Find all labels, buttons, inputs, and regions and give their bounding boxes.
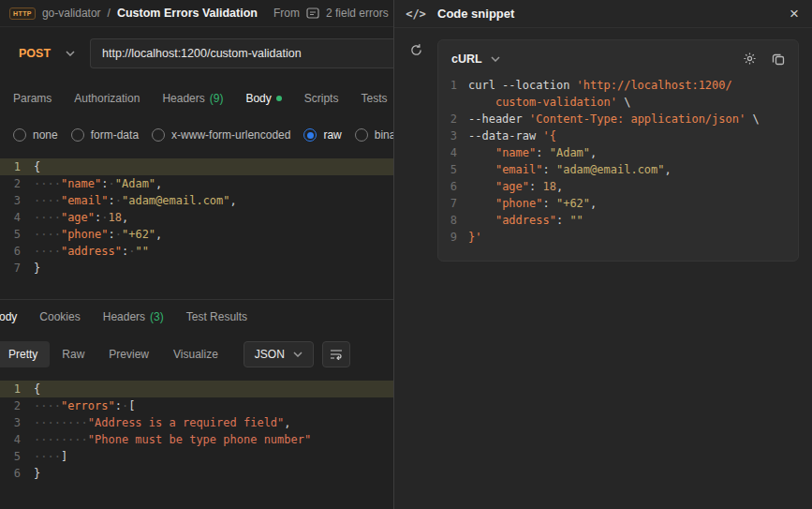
radio-icon [303,128,317,142]
response-tab-headers[interactable]: Headers(3) [103,310,164,323]
mode-x-www-form-urlencoded[interactable]: x-www-form-urlencoded [152,128,290,142]
response-headers-count: (3) [150,310,164,323]
tab-label: Test Results [186,310,247,323]
line-content: "name": "Adam", [468,144,787,161]
snippet-panel-header: </> Code snippet × [394,0,812,28]
http-request-icon: HTTP [9,7,36,20]
code-line: 4 "name": "Adam", [450,144,787,161]
code-line: custom-validation' \ [450,94,787,111]
wrap-lines-icon [330,349,343,360]
close-icon[interactable]: × [790,6,799,22]
tab-label: Params [13,92,52,105]
code-line: 6····"address":·"" [0,243,393,260]
tab-body[interactable]: Body [245,92,281,105]
tab-label: Body [0,310,17,323]
radio-icon [13,128,26,142]
line-number: 7 [0,260,34,277]
response-section: Body Cookies Headers(3) Test Results Pre… [0,299,393,509]
response-tab-test-results[interactable]: Test Results [186,310,247,323]
field-errors-count[interactable]: 2 field errors [326,7,389,20]
mode-label: binary [375,128,393,142]
snippet-tool-strip [394,28,437,509]
code-line: 6} [0,465,393,482]
wrap-lines-button[interactable] [322,341,350,367]
tab-params[interactable]: Params [13,92,52,105]
code-line: 5····"phone":·"+62", [0,226,393,243]
line-number: 3 [0,192,34,209]
request-pane: HTTP go-validator / Custom Errors Valida… [0,0,394,509]
tab-label: Body [245,92,271,105]
line-content: } [34,465,393,482]
format-selector[interactable]: JSON [244,341,314,367]
response-tab-cookies[interactable]: Cookies [39,310,80,323]
mode-binary[interactable]: binary [355,128,393,142]
tab-authorization[interactable]: Authorization [74,92,140,105]
code-line: 4····"age":·18, [0,209,393,226]
request-tabs: Params Authorization Headers(9) Body Scr… [0,80,393,117]
code-line: 2····"errors":·[ [0,397,393,414]
radio-icon [71,128,84,142]
code-line: 5 "email": "adam@email.com", [450,161,787,178]
field-errors-icon [306,7,319,19]
mode-none[interactable]: none [13,128,58,142]
view-raw[interactable]: Raw [50,341,96,367]
code-line: 2····"name":·"Adam", [0,175,393,192]
line-number: 4 [0,209,34,226]
code-line: 3····"email":·"adam@email.com", [0,192,393,209]
chevron-down-icon [491,56,500,62]
line-content: ····"address":·"" [34,243,393,260]
line-number: 9 [450,229,468,246]
line-content: --header 'Content-Type: application/json… [468,111,787,127]
line-content: } [34,260,393,277]
view-preview[interactable]: Preview [96,341,161,367]
tab-label: Cookies [39,310,80,323]
radio-icon [152,128,165,142]
mode-form-data[interactable]: form-data [71,128,139,142]
line-number: 6 [0,465,34,482]
body-modified-dot [276,96,282,101]
code-line: 5····] [0,448,393,465]
request-title[interactable]: Custom Errors Validation [117,7,258,20]
code-line: 1{ [0,381,393,397]
snippet-code[interactable]: 1curl --location 'http://localhost:1200/… [450,77,787,246]
response-tabs: Body Cookies Headers(3) Test Results [0,300,393,334]
snippet-content: cURL 1curl --location 'http://localhost:… [437,28,812,509]
code-line: 4········"Phone must be type phone numbe… [0,431,393,448]
chevron-down-icon [293,352,303,357]
settings-gear-icon[interactable] [743,52,757,66]
tab-label: Tests [361,92,387,105]
breadcrumb-workspace[interactable]: go-validator [42,7,101,20]
headers-count: (9) [210,92,224,105]
line-number: 6 [0,243,34,260]
panel-title: Code snippet [437,7,514,21]
copy-icon[interactable] [772,52,785,66]
line-content: ····] [34,448,393,465]
mode-label: raw [323,128,341,142]
url-input[interactable] [90,38,393,68]
response-body-editor[interactable]: 1{2····"errors":·[3········"Address is a… [0,375,393,509]
line-number: 2 [0,397,34,414]
chevron-down-icon [66,51,75,56]
refresh-icon[interactable] [409,43,423,60]
errors-from-label: From [273,7,300,20]
language-selector[interactable]: cURL [451,52,500,66]
line-content: ····"name":·"Adam", [34,175,393,192]
tab-scripts[interactable]: Scripts [304,92,339,105]
line-number: 6 [450,178,468,195]
line-content: "email": "adam@email.com", [468,161,787,178]
line-number [450,94,468,111]
response-tab-body[interactable]: Body [0,310,17,323]
tab-tests[interactable]: Tests [361,92,387,105]
view-visualize[interactable]: Visualize [161,341,230,367]
mode-raw[interactable]: raw [303,128,341,142]
request-body-editor[interactable]: 1{2····"name":·"Adam",3····"email":·"ada… [0,153,393,282]
view-pretty[interactable]: Pretty [0,341,50,367]
radio-icon [355,128,368,142]
method-selector[interactable]: POST [4,38,90,68]
line-content: { [34,158,393,175]
line-number: 4 [450,144,468,161]
mode-label: form-data [91,128,139,142]
tab-headers[interactable]: Headers(9) [162,92,223,105]
line-number: 5 [450,161,468,178]
code-icon[interactable]: </> [394,7,437,21]
